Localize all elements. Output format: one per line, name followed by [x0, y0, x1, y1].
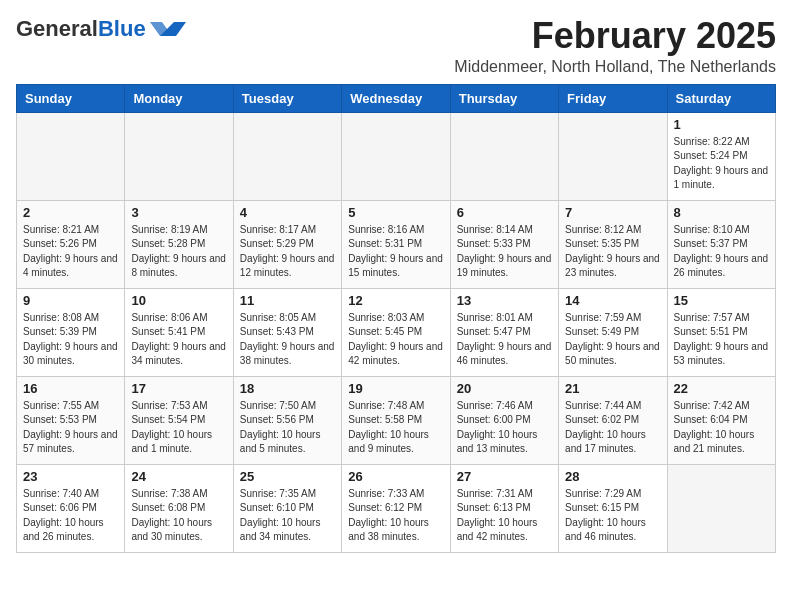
day-number: 23 — [23, 469, 118, 484]
day-number: 3 — [131, 205, 226, 220]
day-info: Sunrise: 8:12 AM Sunset: 5:35 PM Dayligh… — [565, 223, 660, 281]
calendar-cell: 22Sunrise: 7:42 AM Sunset: 6:04 PM Dayli… — [667, 376, 775, 464]
day-number: 27 — [457, 469, 552, 484]
day-number: 20 — [457, 381, 552, 396]
day-number: 25 — [240, 469, 335, 484]
day-info: Sunrise: 7:40 AM Sunset: 6:06 PM Dayligh… — [23, 487, 118, 545]
calendar-cell: 18Sunrise: 7:50 AM Sunset: 5:56 PM Dayli… — [233, 376, 341, 464]
calendar-cell — [559, 112, 667, 200]
day-number: 28 — [565, 469, 660, 484]
day-info: Sunrise: 7:38 AM Sunset: 6:08 PM Dayligh… — [131, 487, 226, 545]
day-number: 4 — [240, 205, 335, 220]
day-info: Sunrise: 7:42 AM Sunset: 6:04 PM Dayligh… — [674, 399, 769, 457]
day-number: 17 — [131, 381, 226, 396]
calendar-cell: 28Sunrise: 7:29 AM Sunset: 6:15 PM Dayli… — [559, 464, 667, 552]
calendar-cell: 2Sunrise: 8:21 AM Sunset: 5:26 PM Daylig… — [17, 200, 125, 288]
weekday-header: Tuesday — [233, 84, 341, 112]
calendar-cell: 10Sunrise: 8:06 AM Sunset: 5:41 PM Dayli… — [125, 288, 233, 376]
calendar-cell: 27Sunrise: 7:31 AM Sunset: 6:13 PM Dayli… — [450, 464, 558, 552]
day-info: Sunrise: 7:55 AM Sunset: 5:53 PM Dayligh… — [23, 399, 118, 457]
calendar-cell — [450, 112, 558, 200]
calendar-week-row: 16Sunrise: 7:55 AM Sunset: 5:53 PM Dayli… — [17, 376, 776, 464]
day-number: 11 — [240, 293, 335, 308]
day-info: Sunrise: 7:57 AM Sunset: 5:51 PM Dayligh… — [674, 311, 769, 369]
calendar-cell: 14Sunrise: 7:59 AM Sunset: 5:49 PM Dayli… — [559, 288, 667, 376]
day-info: Sunrise: 7:46 AM Sunset: 6:00 PM Dayligh… — [457, 399, 552, 457]
day-info: Sunrise: 8:21 AM Sunset: 5:26 PM Dayligh… — [23, 223, 118, 281]
day-number: 24 — [131, 469, 226, 484]
day-number: 6 — [457, 205, 552, 220]
title-area: February 2025 Middenmeer, North Holland,… — [454, 16, 776, 76]
day-info: Sunrise: 7:59 AM Sunset: 5:49 PM Dayligh… — [565, 311, 660, 369]
calendar-week-row: 1Sunrise: 8:22 AM Sunset: 5:24 PM Daylig… — [17, 112, 776, 200]
day-info: Sunrise: 8:19 AM Sunset: 5:28 PM Dayligh… — [131, 223, 226, 281]
calendar-header-row: SundayMondayTuesdayWednesdayThursdayFrid… — [17, 84, 776, 112]
calendar-cell: 11Sunrise: 8:05 AM Sunset: 5:43 PM Dayli… — [233, 288, 341, 376]
calendar-cell: 8Sunrise: 8:10 AM Sunset: 5:37 PM Daylig… — [667, 200, 775, 288]
calendar-cell: 6Sunrise: 8:14 AM Sunset: 5:33 PM Daylig… — [450, 200, 558, 288]
calendar-cell: 13Sunrise: 8:01 AM Sunset: 5:47 PM Dayli… — [450, 288, 558, 376]
calendar-cell: 19Sunrise: 7:48 AM Sunset: 5:58 PM Dayli… — [342, 376, 450, 464]
calendar-cell: 15Sunrise: 7:57 AM Sunset: 5:51 PM Dayli… — [667, 288, 775, 376]
weekday-header: Saturday — [667, 84, 775, 112]
day-info: Sunrise: 7:48 AM Sunset: 5:58 PM Dayligh… — [348, 399, 443, 457]
calendar-week-row: 9Sunrise: 8:08 AM Sunset: 5:39 PM Daylig… — [17, 288, 776, 376]
day-info: Sunrise: 8:01 AM Sunset: 5:47 PM Dayligh… — [457, 311, 552, 369]
day-info: Sunrise: 7:50 AM Sunset: 5:56 PM Dayligh… — [240, 399, 335, 457]
day-info: Sunrise: 8:05 AM Sunset: 5:43 PM Dayligh… — [240, 311, 335, 369]
day-info: Sunrise: 8:03 AM Sunset: 5:45 PM Dayligh… — [348, 311, 443, 369]
calendar-cell — [233, 112, 341, 200]
day-number: 13 — [457, 293, 552, 308]
logo-icon — [150, 18, 186, 40]
day-number: 22 — [674, 381, 769, 396]
day-info: Sunrise: 7:31 AM Sunset: 6:13 PM Dayligh… — [457, 487, 552, 545]
calendar-cell: 9Sunrise: 8:08 AM Sunset: 5:39 PM Daylig… — [17, 288, 125, 376]
weekday-header: Sunday — [17, 84, 125, 112]
day-info: Sunrise: 8:22 AM Sunset: 5:24 PM Dayligh… — [674, 135, 769, 193]
header: GeneralBlue February 2025 Middenmeer, No… — [16, 16, 776, 76]
day-number: 5 — [348, 205, 443, 220]
calendar-cell: 7Sunrise: 8:12 AM Sunset: 5:35 PM Daylig… — [559, 200, 667, 288]
day-number: 2 — [23, 205, 118, 220]
day-number: 26 — [348, 469, 443, 484]
logo-text: GeneralBlue — [16, 16, 146, 42]
day-number: 1 — [674, 117, 769, 132]
calendar-cell: 4Sunrise: 8:17 AM Sunset: 5:29 PM Daylig… — [233, 200, 341, 288]
calendar-cell: 20Sunrise: 7:46 AM Sunset: 6:00 PM Dayli… — [450, 376, 558, 464]
weekday-header: Wednesday — [342, 84, 450, 112]
day-info: Sunrise: 8:14 AM Sunset: 5:33 PM Dayligh… — [457, 223, 552, 281]
calendar-week-row: 2Sunrise: 8:21 AM Sunset: 5:26 PM Daylig… — [17, 200, 776, 288]
day-number: 18 — [240, 381, 335, 396]
calendar-cell: 23Sunrise: 7:40 AM Sunset: 6:06 PM Dayli… — [17, 464, 125, 552]
day-info: Sunrise: 7:53 AM Sunset: 5:54 PM Dayligh… — [131, 399, 226, 457]
day-number: 15 — [674, 293, 769, 308]
day-number: 16 — [23, 381, 118, 396]
day-number: 12 — [348, 293, 443, 308]
day-info: Sunrise: 8:16 AM Sunset: 5:31 PM Dayligh… — [348, 223, 443, 281]
day-info: Sunrise: 7:33 AM Sunset: 6:12 PM Dayligh… — [348, 487, 443, 545]
calendar-cell — [17, 112, 125, 200]
day-number: 10 — [131, 293, 226, 308]
day-number: 9 — [23, 293, 118, 308]
month-title: February 2025 — [454, 16, 776, 56]
day-number: 7 — [565, 205, 660, 220]
day-info: Sunrise: 8:08 AM Sunset: 5:39 PM Dayligh… — [23, 311, 118, 369]
calendar-cell: 16Sunrise: 7:55 AM Sunset: 5:53 PM Dayli… — [17, 376, 125, 464]
calendar-cell: 12Sunrise: 8:03 AM Sunset: 5:45 PM Dayli… — [342, 288, 450, 376]
day-number: 8 — [674, 205, 769, 220]
weekday-header: Thursday — [450, 84, 558, 112]
calendar-cell: 17Sunrise: 7:53 AM Sunset: 5:54 PM Dayli… — [125, 376, 233, 464]
day-info: Sunrise: 8:17 AM Sunset: 5:29 PM Dayligh… — [240, 223, 335, 281]
day-info: Sunrise: 7:44 AM Sunset: 6:02 PM Dayligh… — [565, 399, 660, 457]
location-title: Middenmeer, North Holland, The Netherlan… — [454, 58, 776, 76]
calendar-cell — [342, 112, 450, 200]
weekday-header: Monday — [125, 84, 233, 112]
calendar-cell — [125, 112, 233, 200]
day-number: 21 — [565, 381, 660, 396]
day-info: Sunrise: 8:10 AM Sunset: 5:37 PM Dayligh… — [674, 223, 769, 281]
calendar-cell: 5Sunrise: 8:16 AM Sunset: 5:31 PM Daylig… — [342, 200, 450, 288]
day-info: Sunrise: 8:06 AM Sunset: 5:41 PM Dayligh… — [131, 311, 226, 369]
calendar-table: SundayMondayTuesdayWednesdayThursdayFrid… — [16, 84, 776, 553]
calendar-cell — [667, 464, 775, 552]
calendar-cell: 24Sunrise: 7:38 AM Sunset: 6:08 PM Dayli… — [125, 464, 233, 552]
